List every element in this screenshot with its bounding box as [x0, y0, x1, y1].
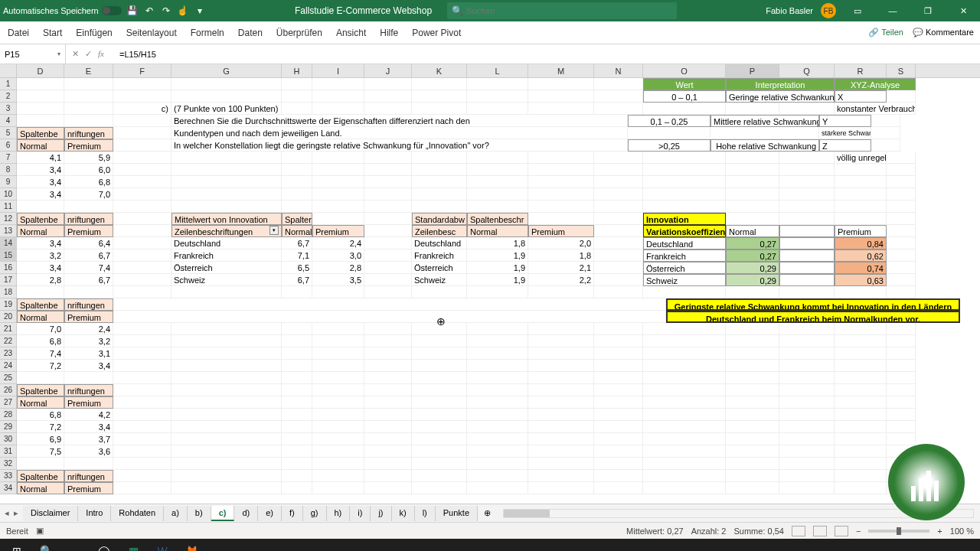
cell[interactable]: [412, 335, 467, 347]
cell[interactable]: [312, 152, 364, 164]
cell[interactable]: [364, 225, 412, 237]
cell[interactable]: Normal: [17, 225, 64, 237]
cell[interactable]: 0,27: [726, 237, 779, 249]
row-header[interactable]: 15: [0, 249, 17, 262]
row-header[interactable]: 21: [0, 323, 17, 335]
cell[interactable]: [64, 458, 113, 470]
cell[interactable]: [643, 421, 726, 433]
cell[interactable]: Premium: [312, 225, 364, 237]
cell[interactable]: 3,6: [64, 445, 113, 458]
cell[interactable]: [594, 188, 643, 201]
share-button[interactable]: 🔗 Teilen: [868, 28, 903, 37]
save-icon[interactable]: 💾: [126, 5, 139, 17]
cell[interactable]: [726, 286, 779, 298]
cell[interactable]: [17, 372, 64, 384]
cell[interactable]: [467, 372, 528, 384]
cell[interactable]: [835, 164, 887, 176]
cell[interactable]: [887, 176, 916, 188]
sheet-tab[interactable]: i): [350, 506, 371, 521]
cell[interactable]: nriftungen: [64, 470, 113, 482]
cell[interactable]: 7,2: [17, 360, 64, 372]
cell[interactable]: [113, 372, 172, 384]
cell[interactable]: [312, 335, 364, 347]
cell[interactable]: [64, 286, 113, 298]
cell[interactable]: [412, 372, 467, 384]
cell[interactable]: 0,29: [726, 262, 779, 274]
formula-input[interactable]: =L15/H15: [115, 50, 980, 59]
cell[interactable]: [412, 103, 467, 115]
cell[interactable]: [282, 421, 312, 433]
cell[interactable]: 1,8: [467, 237, 528, 249]
cell[interactable]: [726, 176, 779, 188]
cell[interactable]: [113, 78, 172, 90]
cell[interactable]: [364, 335, 412, 347]
cell[interactable]: [467, 323, 528, 335]
cell[interactable]: [528, 482, 594, 494]
cell[interactable]: Österreich: [412, 262, 467, 274]
cell[interactable]: [887, 90, 916, 103]
cell[interactable]: Premium: [64, 225, 113, 237]
cell[interactable]: [113, 213, 172, 225]
cell[interactable]: [364, 421, 412, 433]
select-all-corner[interactable]: [0, 64, 17, 77]
cell[interactable]: [726, 213, 779, 225]
cell[interactable]: 3,2: [17, 249, 64, 262]
search-box[interactable]: 🔍: [447, 2, 677, 19]
cell[interactable]: [594, 445, 643, 458]
cell[interactable]: [594, 201, 643, 213]
col-header[interactable]: G: [172, 64, 282, 77]
cell[interactable]: [412, 286, 467, 298]
cell[interactable]: [835, 384, 887, 396]
row-header[interactable]: 7: [0, 152, 17, 164]
cell[interactable]: [779, 249, 835, 262]
cell[interactable]: [779, 201, 835, 213]
cell[interactable]: Spalter▾: [282, 213, 312, 225]
cell[interactable]: [17, 90, 64, 103]
cell[interactable]: [282, 458, 312, 470]
cell[interactable]: [528, 286, 594, 298]
cell[interactable]: (7 Punkte von 100 Punkten): [172, 103, 282, 115]
cell[interactable]: [887, 323, 916, 335]
cell[interactable]: [835, 176, 887, 188]
cell[interactable]: [113, 470, 172, 482]
cell[interactable]: [887, 286, 916, 298]
row-header[interactable]: 13: [0, 225, 17, 237]
maximize-icon[interactable]: ❐: [914, 0, 942, 21]
cell[interactable]: [172, 360, 282, 372]
cell[interactable]: Normal: [467, 225, 528, 237]
row-header[interactable]: 34: [0, 482, 17, 494]
cell[interactable]: [835, 409, 887, 421]
cell[interactable]: [726, 433, 779, 445]
firefox-icon[interactable]: 🦊: [178, 539, 205, 551]
cell[interactable]: [528, 188, 594, 201]
cell[interactable]: Normal: [726, 225, 779, 237]
cell[interactable]: [282, 152, 312, 164]
cell[interactable]: [172, 176, 282, 188]
cell[interactable]: [726, 323, 779, 335]
cell[interactable]: 3,4: [17, 188, 64, 201]
cell[interactable]: [726, 164, 779, 176]
cell[interactable]: 0 – 0,1: [643, 90, 726, 103]
cell[interactable]: Frankreich: [172, 249, 282, 262]
cell[interactable]: [17, 103, 64, 115]
cell[interactable]: [64, 90, 113, 103]
cell[interactable]: [779, 458, 835, 470]
cell[interactable]: [779, 274, 835, 286]
cell[interactable]: [312, 384, 364, 396]
cell[interactable]: [364, 445, 412, 458]
zoom-slider[interactable]: [868, 530, 929, 533]
cell[interactable]: [887, 213, 916, 225]
cell[interactable]: [779, 421, 835, 433]
cell[interactable]: [282, 384, 312, 396]
col-header[interactable]: D: [17, 64, 64, 77]
cell[interactable]: [172, 323, 282, 335]
cell[interactable]: [726, 482, 779, 494]
cell[interactable]: [282, 78, 312, 90]
cell[interactable]: Spaltenbe▾: [17, 470, 64, 482]
cell[interactable]: [412, 482, 467, 494]
tab-daten[interactable]: Daten: [237, 24, 264, 41]
sheet-tab[interactable]: Intro: [78, 506, 111, 521]
tab-ueberpruefen[interactable]: Überprüfen: [275, 24, 324, 41]
cell[interactable]: Deutschland: [643, 237, 726, 249]
cell[interactable]: [312, 347, 364, 360]
